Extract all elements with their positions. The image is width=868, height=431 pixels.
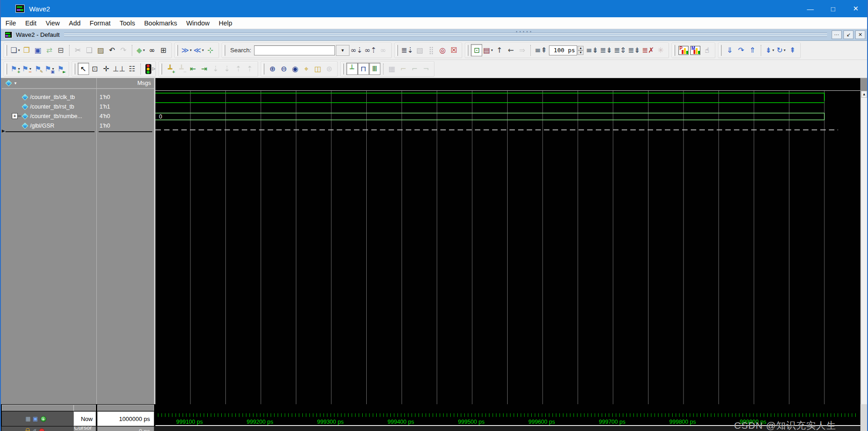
zoom-cursor-button[interactable]: ⌖ bbox=[301, 63, 312, 75]
event-edge2-button[interactable]: ⌐ bbox=[409, 63, 420, 75]
add-selected-to-wave-button[interactable]: ≣⇣ bbox=[400, 44, 414, 56]
forward-button[interactable]: ⇒ bbox=[516, 44, 528, 56]
minimize-button[interactable]: — bbox=[799, 0, 822, 17]
group-grip[interactable] bbox=[5, 64, 7, 74]
scroll-up-arrow-icon[interactable]: ▲ bbox=[861, 91, 867, 98]
save-button[interactable]: ▣ bbox=[32, 44, 44, 56]
expanded-event-full-button[interactable]: Ⅲ bbox=[369, 63, 380, 75]
menu-view[interactable]: View bbox=[41, 17, 64, 29]
group-grip[interactable] bbox=[263, 64, 264, 74]
stop-draw-button[interactable]: ✳ bbox=[655, 44, 666, 56]
menu-help[interactable]: Help bbox=[214, 17, 237, 29]
expanded-time-first-button[interactable]: ≡⇞ bbox=[534, 44, 548, 56]
log-signals-button[interactable]: ◎ bbox=[437, 44, 448, 56]
signal-name[interactable]: /glbl/GSR bbox=[30, 123, 55, 129]
signal-row[interactable]: /counter_tb/clk_tb bbox=[2, 92, 96, 102]
waveform-canvas[interactable]: 0 bbox=[155, 78, 861, 404]
delete-wave-button[interactable]: ☒ bbox=[448, 44, 459, 56]
step-over-button[interactable]: ↻▾ bbox=[775, 44, 787, 56]
delete-time-range-button[interactable]: ≣✗ bbox=[641, 44, 655, 56]
find-previous-button[interactable]: ∞⇡ bbox=[364, 44, 378, 56]
cut-time-button[interactable]: ≫▾ bbox=[180, 44, 193, 56]
zoom-full-button[interactable]: ◉ bbox=[289, 63, 301, 75]
zoom-between-cursors-button[interactable]: ◫ bbox=[312, 63, 324, 75]
dock-button[interactable]: ↙ bbox=[843, 30, 853, 39]
new-file-button[interactable]: ❏▾ bbox=[10, 44, 21, 56]
search-history-button[interactable]: ▼ bbox=[336, 45, 349, 56]
show-drivers-button[interactable]: ⊞ bbox=[158, 44, 169, 56]
previous-rising-edge-button[interactable]: ⇡ bbox=[233, 63, 244, 75]
panel-header-bar[interactable]: Wave2 - Default • • • • • ⋯↙✕ bbox=[1, 29, 867, 41]
group-grip[interactable] bbox=[396, 45, 398, 56]
redo-button[interactable]: ↷ bbox=[118, 44, 129, 56]
environment-button[interactable]: ◆▾ bbox=[135, 44, 146, 56]
zoom-other-button[interactable]: ⊛ bbox=[324, 63, 335, 75]
search-highlight-button[interactable]: ∞ bbox=[378, 44, 389, 56]
edit-time-button[interactable]: ⊹ bbox=[205, 44, 216, 56]
signal-names-panel[interactable]: ▼ /counter_tb/clk_tb/counter_tb/rst_tb+/… bbox=[2, 78, 96, 404]
msgs-column-header[interactable]: Msgs bbox=[97, 78, 154, 89]
link-button[interactable]: ⊡ bbox=[471, 44, 482, 56]
search-input[interactable] bbox=[254, 45, 335, 55]
menu-tools[interactable]: Tools bbox=[115, 17, 140, 29]
event-edge3-button[interactable]: ¬ bbox=[420, 63, 432, 75]
format-dropdown-button[interactable]: ▤▾ bbox=[482, 44, 494, 56]
group-grip[interactable] bbox=[176, 45, 178, 56]
sample-wave-button[interactable]: ⣿ bbox=[425, 44, 437, 56]
signal-values-panel[interactable]: Msgs 1'h01'h14'h01'h0 bbox=[96, 78, 154, 404]
group-grip[interactable] bbox=[160, 64, 162, 74]
memory-profile-button[interactable]: M bbox=[690, 46, 700, 55]
group-grip[interactable] bbox=[74, 64, 75, 74]
expanded-event-delta-button[interactable]: ⊓ bbox=[358, 63, 369, 75]
signal-name[interactable]: /counter_tb/numbe... bbox=[30, 113, 82, 119]
open-file-button[interactable]: ❐ bbox=[21, 44, 32, 56]
group-grip[interactable] bbox=[5, 45, 7, 56]
panel-grip[interactable]: • • • • • bbox=[64, 33, 827, 37]
expanded-time-expand-button[interactable]: ≣⇕ bbox=[613, 44, 627, 56]
event-pattern-button[interactable]: ▦ bbox=[386, 63, 398, 75]
toggle-leaf-names-icon[interactable]: ▣ bbox=[33, 416, 38, 422]
splitter-dots-icon[interactable]: • • • • • bbox=[516, 30, 532, 34]
menu-bookmarks[interactable]: Bookmarks bbox=[140, 17, 182, 29]
expanded-time-last-button[interactable]: ≡⇟ bbox=[585, 44, 599, 56]
group-grip[interactable] bbox=[342, 64, 344, 74]
find-button[interactable]: ∞ bbox=[146, 44, 158, 56]
pan-hand-button[interactable]: ☝ bbox=[701, 44, 713, 56]
group-grip[interactable] bbox=[224, 45, 225, 56]
expand-names-icon[interactable]: ▦ bbox=[25, 416, 30, 422]
menu-format[interactable]: Format bbox=[85, 17, 115, 29]
edit-wave-button[interactable]: ▧ bbox=[414, 44, 425, 56]
step-out-button[interactable]: ⇞ bbox=[787, 44, 798, 56]
spin-up-icon[interactable]: ▲ bbox=[578, 46, 584, 50]
zoom-in-button[interactable]: ⊕ bbox=[267, 63, 278, 75]
chevron-down-icon[interactable]: ▼ bbox=[14, 81, 17, 85]
performance-profile-button[interactable]: P bbox=[678, 46, 688, 55]
select-mode-button[interactable]: ↖ bbox=[78, 63, 89, 75]
close-button[interactable]: ✕ bbox=[844, 0, 867, 17]
save-bookmarks-button[interactable]: ⚑▣▾ bbox=[44, 63, 55, 75]
add-bookmark-button[interactable]: ⚑+▾ bbox=[10, 63, 21, 75]
zoom-mode-button[interactable]: ⊡ bbox=[89, 63, 100, 75]
print-button[interactable]: ⊟ bbox=[55, 44, 66, 56]
back-button[interactable]: ← bbox=[505, 44, 516, 56]
restart-button[interactable]: ↷ bbox=[735, 44, 747, 56]
virtual-mode-button[interactable]: ☷ bbox=[126, 63, 138, 75]
next-rising-edge-button[interactable]: ⇡ bbox=[244, 63, 255, 75]
menu-edit[interactable]: Edit bbox=[20, 17, 41, 29]
add-cursor-icon[interactable]: + bbox=[40, 416, 46, 422]
names-column-header[interactable]: ▼ bbox=[2, 78, 96, 89]
delete-bookmark-button[interactable]: ⚑−▾ bbox=[21, 63, 32, 75]
time-step-input-field[interactable] bbox=[549, 45, 577, 55]
spin-down-icon[interactable]: ▼ bbox=[578, 50, 584, 55]
menu-window[interactable]: Window bbox=[182, 17, 215, 29]
group-grip[interactable] bbox=[720, 45, 722, 56]
signals-diamond-icon[interactable] bbox=[5, 80, 12, 86]
up-scope-button[interactable]: ↑ bbox=[494, 44, 505, 56]
edit-mode-button[interactable]: ⊥⊥ bbox=[112, 63, 126, 75]
run-continue-button[interactable]: ⇓ bbox=[724, 44, 735, 56]
signal-row[interactable]: +/counter_tb/numbe... bbox=[2, 111, 96, 121]
event-edge1-button[interactable]: ⌐ bbox=[398, 63, 409, 75]
expanded-time-collapse-button[interactable]: ≣⇟ bbox=[627, 44, 641, 56]
undo-button[interactable]: ↶ bbox=[106, 44, 118, 56]
signal-name[interactable]: /counter_tb/clk_tb bbox=[30, 94, 75, 100]
